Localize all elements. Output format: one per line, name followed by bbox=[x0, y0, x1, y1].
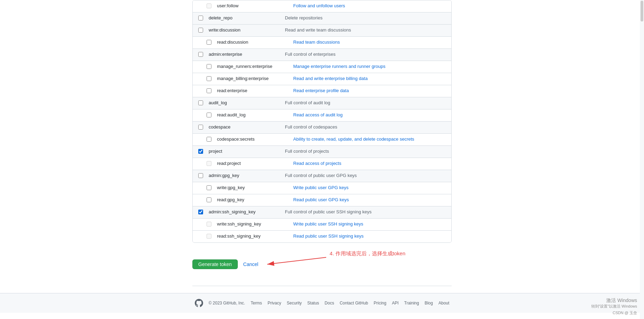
permission-description: Follow and unfollow users bbox=[293, 3, 446, 8]
permission-checkbox-cell bbox=[207, 3, 214, 9]
footer-link-terms[interactable]: Terms bbox=[251, 301, 262, 305]
permission-name: read:gpg_key bbox=[217, 197, 293, 202]
footer-link-docs[interactable]: Docs bbox=[325, 301, 334, 305]
permission-description: Write public user SSH signing keys bbox=[293, 221, 446, 227]
permission-checkbox-codespace[interactable] bbox=[198, 125, 203, 130]
permission-checkbox-read-gpg-key[interactable] bbox=[207, 197, 211, 202]
footer-link-api[interactable]: API bbox=[392, 301, 399, 305]
footer-link-status[interactable]: Status bbox=[307, 301, 319, 305]
permission-checkbox-cell bbox=[207, 185, 214, 191]
permission-description: Full control of public user SSH signing … bbox=[285, 209, 446, 214]
permission-description: Ability to create, read, update, and del… bbox=[293, 136, 446, 142]
permission-checkbox-cell bbox=[207, 233, 214, 240]
footer-link-about[interactable]: About bbox=[438, 301, 449, 305]
permission-checkbox-cell bbox=[198, 100, 205, 106]
permission-row: read:ssh_signing_keyRead public user SSH… bbox=[193, 231, 451, 242]
permission-checkbox-manage-billing-enterprise[interactable] bbox=[207, 76, 211, 81]
footer-link-training[interactable]: Training bbox=[404, 301, 419, 305]
permission-row: codespace:secretsAbility to create, read… bbox=[193, 134, 451, 146]
permission-checkbox-cell bbox=[207, 39, 214, 46]
permission-description: Manage enterprise runners and runner gro… bbox=[293, 64, 446, 69]
permission-row: read:enterpriseRead enterprise profile d… bbox=[193, 85, 451, 97]
permission-name: manage_billing:enterprise bbox=[217, 76, 293, 81]
permission-name: delete_repo bbox=[209, 15, 285, 20]
permission-description: Read access of audit log bbox=[293, 112, 446, 117]
permission-name: read:audit_log bbox=[217, 112, 293, 117]
permission-description: Write public user GPG keys bbox=[293, 185, 446, 190]
permission-checkbox-cell bbox=[207, 76, 214, 82]
permission-checkbox-read-project bbox=[207, 161, 211, 166]
permission-name: write:gpg_key bbox=[217, 185, 293, 190]
permission-checkbox-audit-log[interactable] bbox=[198, 100, 203, 105]
permission-checkbox-admin-enterprise[interactable] bbox=[198, 52, 203, 57]
permission-checkbox-user-follow bbox=[207, 3, 211, 8]
permission-checkbox-codespace-secrets[interactable] bbox=[207, 137, 211, 142]
permission-name: user:follow bbox=[217, 3, 293, 8]
footer-link-security[interactable]: Security bbox=[287, 301, 302, 305]
permission-name: admin:ssh_signing_key bbox=[209, 209, 285, 214]
permission-row: admin:enterpriseFull control of enterpri… bbox=[193, 49, 451, 61]
permission-name: codespace bbox=[209, 124, 285, 130]
permission-row: audit_logFull control of audit log bbox=[193, 97, 451, 109]
permissions-table: user:followFollow and unfollow usersdele… bbox=[192, 0, 452, 243]
permission-row: read:audit_logRead access of audit log bbox=[193, 109, 451, 122]
permission-checkbox-read-ssh-signing-key bbox=[207, 234, 211, 239]
svg-line-1 bbox=[267, 257, 326, 264]
permission-row: delete_repoDelete repositories bbox=[193, 12, 451, 25]
permission-checkbox-cell bbox=[207, 88, 214, 94]
permission-checkbox-read-audit-log[interactable] bbox=[207, 113, 211, 117]
permission-checkbox-read-discussion[interactable] bbox=[207, 40, 211, 45]
scrollbar-thumb[interactable] bbox=[641, 1, 643, 21]
footer-link-pricing[interactable]: Pricing bbox=[374, 301, 386, 305]
github-logo-icon bbox=[195, 299, 203, 307]
permission-checkbox-delete-repo[interactable] bbox=[198, 16, 203, 20]
footer-link-privacy[interactable]: Privacy bbox=[268, 301, 281, 305]
permission-checkbox-cell bbox=[198, 124, 205, 131]
divider bbox=[192, 286, 452, 286]
annotation-text: 4. 作用域选完后，选择生成token bbox=[330, 250, 405, 257]
permission-row: admin:gpg_keyFull control of public user… bbox=[193, 170, 451, 182]
footer-link-blog[interactable]: Blog bbox=[425, 301, 433, 305]
cancel-link[interactable]: Cancel bbox=[243, 262, 259, 267]
permission-description: Read and write team discussions bbox=[285, 27, 446, 33]
permission-checkbox-manage-runners-enterprise[interactable] bbox=[207, 64, 211, 69]
permission-row: manage_billing:enterpriseRead and write … bbox=[193, 73, 451, 85]
permission-name: audit_log bbox=[209, 100, 285, 105]
permission-checkbox-cell bbox=[207, 64, 214, 70]
permission-checkbox-write-discussion[interactable] bbox=[198, 28, 203, 33]
permission-checkbox-cell bbox=[207, 136, 214, 143]
footer-link-contact-github[interactable]: Contact GitHub bbox=[340, 301, 368, 305]
permission-name: manage_runners:enterprise bbox=[217, 64, 293, 69]
permission-row: read:gpg_keyRead public user GPG keys bbox=[193, 194, 451, 206]
footer-copyright: © 2023 GitHub, Inc. bbox=[209, 301, 245, 305]
permission-checkbox-cell bbox=[198, 52, 205, 58]
generate-token-button[interactable]: Generate token bbox=[192, 259, 238, 269]
permission-description: Read team discussions bbox=[293, 39, 446, 45]
permission-row: manage_runners:enterpriseManage enterpri… bbox=[193, 61, 451, 73]
footer-links-list: TermsPrivacySecurityStatusDocsContact Gi… bbox=[251, 301, 449, 305]
permission-row: write:gpg_keyWrite public user GPG keys bbox=[193, 182, 451, 194]
permission-row: codespaceFull control of codespaces bbox=[193, 122, 451, 134]
permission-row: write:discussionRead and write team disc… bbox=[193, 25, 451, 37]
permission-checkbox-read-enterprise[interactable] bbox=[207, 88, 211, 93]
permission-checkbox-cell bbox=[198, 27, 205, 34]
scrollbar[interactable] bbox=[640, 0, 644, 319]
permission-description: Full control of enterprises bbox=[285, 52, 446, 57]
permission-checkbox-admin-ssh-signing-key[interactable] bbox=[198, 210, 203, 214]
permission-checkbox-cell bbox=[198, 209, 205, 215]
permission-name: write:discussion bbox=[209, 27, 285, 33]
permission-row: admin:ssh_signing_keyFull control of pub… bbox=[193, 206, 451, 219]
permission-row: user:followFollow and unfollow users bbox=[193, 0, 451, 12]
csdn-watermark: 激活 Windows 转到"设置"以激活 Windows CSDN @ 玉垒 bbox=[591, 298, 637, 316]
permission-name: read:project bbox=[217, 161, 293, 166]
permission-checkbox-write-ssh-signing-key bbox=[207, 222, 211, 227]
permission-name: project bbox=[209, 149, 285, 154]
permission-name: read:enterprise bbox=[217, 88, 293, 93]
page-wrapper: user:followFollow and unfollow usersdele… bbox=[0, 0, 644, 319]
permission-row: write:ssh_signing_keyWrite public user S… bbox=[193, 219, 451, 231]
permission-checkbox-project[interactable] bbox=[198, 149, 203, 154]
permission-description: Full control of public user GPG keys bbox=[285, 173, 446, 178]
permission-checkbox-admin-gpg-key[interactable] bbox=[198, 173, 203, 178]
permission-checkbox-cell bbox=[207, 112, 214, 118]
permission-checkbox-write-gpg-key[interactable] bbox=[207, 185, 211, 190]
